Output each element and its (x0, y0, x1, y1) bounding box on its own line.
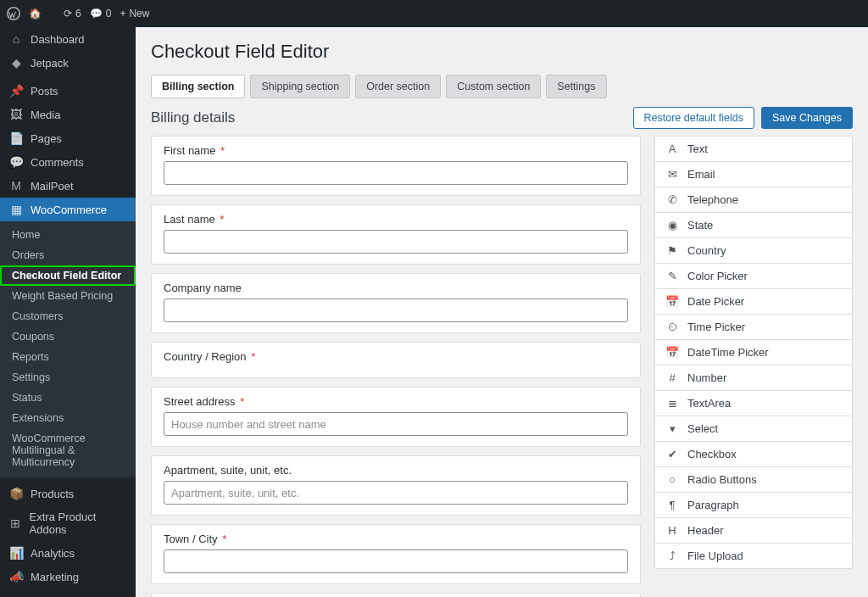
type-icon: H (665, 524, 679, 537)
type-icon: ○ (665, 473, 679, 486)
type-label: Paragraph (687, 499, 739, 511)
field-type-select[interactable]: ▾Select (655, 416, 852, 442)
sidebar-item-appearance[interactable]: 🖌Appearance (0, 593, 136, 597)
field-first-name[interactable]: First name * (151, 136, 641, 196)
field-input[interactable] (164, 550, 628, 573)
field-type-time-picker[interactable]: ⏲Time Picker (655, 315, 852, 340)
submenu-item-settings[interactable]: Settings (0, 367, 136, 388)
submenu-item-extensions[interactable]: Extensions (0, 408, 136, 428)
field-type-telephone[interactable]: ✆Telephone (655, 187, 852, 213)
pin-icon: 📌 (8, 84, 24, 98)
sidebar-item-dashboard[interactable]: ⌂Dashboard (0, 27, 136, 51)
field-apartment-suite-unit-etc-[interactable]: Apartment, suite, unit, etc. (151, 455, 641, 516)
field-type-color-picker[interactable]: ✎Color Picker (655, 264, 852, 289)
field-type-textarea[interactable]: ≣TextArea (655, 391, 852, 416)
comment-icon: 💬 (8, 155, 24, 169)
type-icon: ✉ (665, 168, 679, 181)
type-label: State (687, 219, 713, 232)
field-type-file-upload[interactable]: ⤴File Upload (655, 544, 852, 568)
submenu-item-weight-based-pricing[interactable]: Weight Based Pricing (0, 286, 136, 306)
field-street-address[interactable]: Street address * (151, 387, 641, 447)
save-changes-button[interactable]: Save Changes (761, 107, 853, 129)
box-icon: 📦 (8, 487, 24, 500)
field-type-datetime-picker[interactable]: 📅DateTime Picker (655, 340, 852, 365)
field-state-county[interactable]: State / County * (151, 593, 641, 597)
field-type-date-picker[interactable]: 📅Date Picker (655, 289, 852, 315)
required-marker: * (217, 213, 225, 226)
sidebar-item-marketing[interactable]: 📣Marketing (0, 565, 136, 589)
sidebar-item-comments[interactable]: 💬Comments (0, 150, 136, 174)
tab-order-section[interactable]: Order section (355, 75, 441, 98)
field-type-text[interactable]: AText (655, 137, 852, 162)
site-home-icon[interactable]: 🏠 (29, 8, 42, 20)
type-icon: ≣ (665, 397, 679, 410)
field-type-state[interactable]: ◉State (655, 213, 852, 238)
submenu-item-orders[interactable]: Orders (0, 245, 136, 265)
comments-icon[interactable]: 💬 0 (90, 8, 112, 20)
updates-icon[interactable]: ⟳ 6 (64, 8, 81, 20)
field-country-region[interactable]: Country / Region * (151, 342, 641, 378)
field-company-name[interactable]: Company name (151, 273, 641, 333)
tab-custom-section[interactable]: Custom section (446, 75, 541, 98)
field-label: First name * (164, 144, 628, 157)
submenu-item-checkout-field-editor[interactable]: Checkout Field Editor (0, 265, 136, 286)
field-label: Company name (164, 282, 628, 294)
submenu-item-customers[interactable]: Customers (0, 306, 136, 326)
sidebar-item-pages[interactable]: 📄Pages (0, 126, 136, 150)
field-type-email[interactable]: ✉Email (655, 162, 852, 187)
field-type-number[interactable]: #Number (655, 365, 852, 391)
type-label: File Upload (687, 550, 743, 562)
sidebar-item-analytics[interactable]: 📊Analytics (0, 541, 136, 565)
type-icon: ✎ (665, 270, 679, 282)
submenu-item-coupons[interactable]: Coupons (0, 326, 136, 347)
admin-bar: 🏠 ⟳ 6 💬 0 + New (0, 0, 868, 27)
dash-icon: ⌂ (8, 32, 24, 46)
wp-logo[interactable] (7, 7, 20, 20)
field-town-city[interactable]: Town / City * (151, 524, 641, 584)
sidebar-item-mailpoet[interactable]: MMailPoet (0, 174, 136, 198)
submenu-item-woocommerce-multilingual-multicurrency[interactable]: WooCommerce Multilingual & Multicurrency (0, 428, 136, 472)
type-label: Select (687, 422, 718, 435)
type-label: TextArea (687, 397, 731, 410)
submenu-item-home[interactable]: Home (0, 225, 136, 245)
admin-sidebar: ⌂Dashboard◆Jetpack📌Posts🖼Media📄Pages💬Com… (0, 27, 136, 597)
field-type-radio-buttons[interactable]: ○Radio Buttons (655, 467, 852, 493)
type-label: Country (687, 244, 726, 257)
sidebar-item-jetpack[interactable]: ◆Jetpack (0, 51, 136, 75)
type-label: Telephone (687, 193, 738, 206)
type-icon: ◉ (665, 219, 679, 232)
restore-defaults-button[interactable]: Restore default fields (633, 107, 754, 129)
sidebar-item-media[interactable]: 🖼Media (0, 103, 136, 126)
field-type-header[interactable]: HHeader (655, 518, 852, 544)
submenu-item-reports[interactable]: Reports (0, 347, 136, 367)
field-type-checkbox[interactable]: ✔Checkbox (655, 442, 852, 467)
type-label: Email (687, 168, 715, 181)
new-button[interactable]: + New (120, 8, 149, 20)
sidebar-item-products[interactable]: 📦Products (0, 482, 136, 505)
field-type-paragraph[interactable]: ¶Paragraph (655, 493, 852, 518)
field-last-name[interactable]: Last name * (151, 204, 641, 265)
field-type-country[interactable]: ⚑Country (655, 238, 852, 264)
sidebar-item-woocommerce[interactable]: ▦WooCommerce (0, 198, 136, 221)
type-icon: A (665, 142, 679, 155)
type-label: Number (687, 371, 726, 384)
page-icon: 📄 (8, 131, 24, 145)
type-label: Date Picker (687, 295, 744, 308)
tab-shipping-section[interactable]: Shipping section (250, 75, 350, 98)
field-input[interactable] (164, 230, 628, 254)
fields-column: First name *Last name *Company nameCount… (151, 136, 641, 597)
content-area: Checkout Field Editor Billing sectionShi… (136, 27, 868, 597)
field-input[interactable] (164, 412, 628, 436)
field-label: Last name * (164, 213, 628, 226)
tab-billing-section[interactable]: Billing section (151, 75, 245, 98)
field-input[interactable] (164, 481, 628, 505)
jet-icon: ◆ (8, 56, 24, 70)
field-input[interactable] (164, 161, 628, 185)
required-marker: * (248, 350, 256, 363)
field-input[interactable] (164, 298, 628, 322)
tab-settings[interactable]: Settings (546, 75, 606, 98)
type-label: Radio Buttons (687, 473, 757, 486)
sidebar-item-posts[interactable]: 📌Posts (0, 79, 136, 103)
submenu-item-status[interactable]: Status (0, 388, 136, 408)
sidebar-item-extra-product-addons[interactable]: ⊞Extra Product Addons (0, 505, 136, 541)
